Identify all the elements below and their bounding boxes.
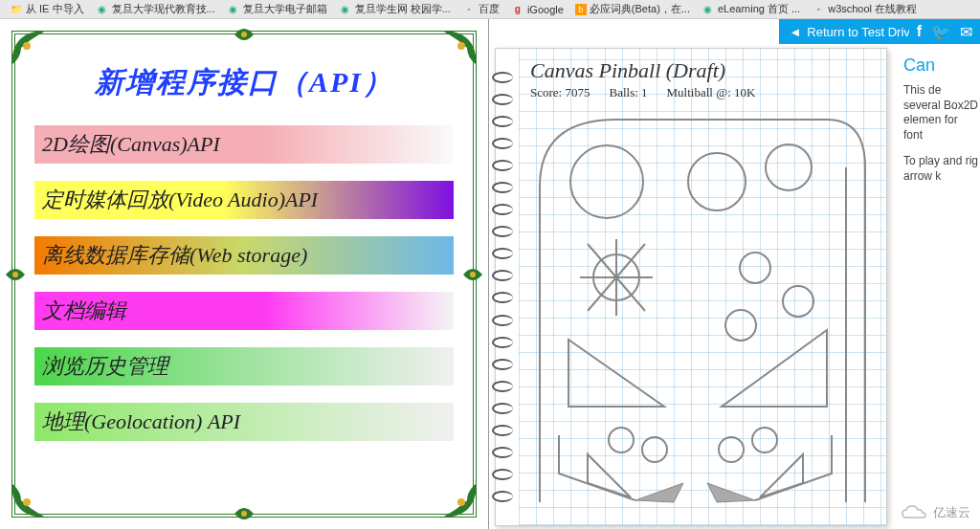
api-item: 离线数据库存储(Web storage) — [34, 236, 454, 275]
svg-point-10 — [688, 153, 746, 210]
game-stats: Score: 7075 Balls: 1 Multiball @: 10K — [530, 85, 875, 100]
svg-point-25 — [642, 437, 667, 462]
bookmark-item[interactable]: ◉复旦大学电子邮箱 — [223, 2, 331, 16]
return-label: Return to Test Drive — [807, 25, 917, 39]
bookmark-label: 复旦大学电子邮箱 — [243, 2, 327, 16]
site-icon: ◉ — [702, 3, 715, 16]
svg-point-27 — [752, 428, 777, 452]
google-icon: g — [511, 3, 524, 16]
site-icon: ◉ — [339, 3, 352, 16]
bookmark-label: iGoogle — [527, 4, 564, 15]
description-title: Can — [903, 55, 980, 76]
svg-point-1 — [457, 42, 465, 50]
api-item: 浏览历史管理 — [34, 347, 454, 386]
notebook-page: Canvas Pinball (Draft) Score: 7075 Balls… — [519, 49, 886, 525]
side-ornament-icon — [2, 261, 29, 288]
side-ornament-icon — [231, 21, 257, 48]
multiball-stat: Multiball @: 10K — [667, 85, 756, 100]
bookmark-item[interactable]: 📁从 IE 中导入 — [6, 2, 88, 16]
svg-line-13 — [588, 244, 616, 277]
bookmark-item[interactable]: ◉复旦学生网 校园学... — [335, 2, 455, 16]
svg-point-22 — [783, 286, 813, 317]
description-panel: Can This de several Box2D elemen for fon… — [896, 48, 980, 204]
corner-ornament-icon — [10, 481, 48, 519]
bookmark-label: 复旦学生网 校园学... — [355, 2, 451, 16]
cloud-icon — [901, 504, 927, 521]
bookmark-item[interactable]: b必应词典(Beta)，在... — [571, 2, 694, 16]
svg-point-24 — [609, 428, 634, 452]
site-icon: ◉ — [227, 3, 240, 16]
bookmark-item[interactable]: ◉eLearning 首页 ... — [698, 2, 804, 16]
svg-point-5 — [241, 511, 247, 517]
bookmark-label: 复旦大学现代教育技... — [112, 2, 215, 16]
svg-point-6 — [12, 272, 18, 277]
site-icon: ◦ — [812, 3, 825, 16]
api-list: 2D绘图(Canvas)API 定时媒体回放(Video Audio)API 离… — [34, 125, 454, 441]
corner-ornament-icon — [440, 29, 479, 67]
svg-point-0 — [23, 42, 31, 50]
bookmark-bar: 📁从 IE 中导入 ◉复旦大学现代教育技... ◉复旦大学电子邮箱 ◉复旦学生网… — [0, 0, 980, 19]
left-pane: 新增程序接口（API） 2D绘图(Canvas)API 定时媒体回放(Video… — [0, 19, 488, 529]
ornate-frame: 新增程序接口（API） 2D绘图(Canvas)API 定时媒体回放(Video… — [11, 31, 477, 518]
svg-point-21 — [740, 253, 770, 283]
svg-point-7 — [470, 272, 476, 277]
svg-point-9 — [570, 145, 643, 218]
bookmark-item[interactable]: giGoogle — [507, 3, 568, 16]
svg-point-26 — [719, 437, 744, 462]
site-icon: ◦ — [462, 3, 476, 16]
side-ornament-icon — [459, 261, 486, 288]
watermark-text: 亿速云 — [933, 504, 970, 521]
return-bar[interactable]: ◄ Return to Test Drive — [779, 19, 926, 44]
right-pane: ◄ Return to Test Drive f 🐦 ✉ Canvas Pinb… — [488, 19, 980, 529]
folder-icon: 📁 — [10, 3, 23, 16]
balls-stat: Balls: 1 — [609, 85, 647, 100]
api-item: 定时媒体回放(Video Audio)API — [34, 181, 454, 219]
bookmark-item[interactable]: ◦w3school 在线教程 — [808, 2, 921, 16]
svg-point-2 — [23, 498, 31, 506]
bookmark-label: 从 IE 中导入 — [26, 2, 84, 16]
main-content: 新增程序接口（API） 2D绘图(Canvas)API 定时媒体回放(Video… — [0, 19, 980, 529]
bing-icon: b — [575, 4, 587, 15]
watermark: 亿速云 — [901, 504, 970, 521]
pinball-playfield[interactable] — [530, 110, 875, 512]
bookmark-label: eLearning 首页 ... — [718, 2, 800, 16]
api-item: 2D绘图(Canvas)API — [34, 125, 454, 164]
notebook: Canvas Pinball (Draft) Score: 7075 Balls… — [495, 48, 887, 526]
svg-line-18 — [616, 277, 645, 311]
api-title: 新增程序接口（API） — [34, 63, 454, 102]
game-title: Canvas Pinball (Draft) — [530, 58, 875, 83]
back-arrow-icon: ◄ — [789, 25, 801, 39]
bookmark-item[interactable]: ◉复旦大学现代教育技... — [92, 2, 219, 16]
corner-ornament-icon — [440, 481, 479, 519]
bookmark-label: 百度 — [479, 2, 500, 16]
svg-point-11 — [766, 144, 812, 190]
api-item: 地理(Geolocation) API — [34, 403, 454, 441]
site-icon: ◉ — [96, 3, 109, 16]
bookmark-label: w3school 在线教程 — [828, 2, 917, 16]
side-ornament-icon — [231, 500, 257, 527]
social-bar: f 🐦 ✉ — [909, 19, 980, 44]
svg-line-17 — [588, 277, 616, 311]
description-text: To play and rig arrow k — [903, 154, 980, 184]
twitter-icon[interactable]: 🐦 — [931, 23, 950, 41]
bookmark-item[interactable]: ◦百度 — [458, 2, 503, 16]
spiral-binding — [492, 66, 513, 508]
svg-line-14 — [616, 244, 645, 277]
bookmark-label: 必应词典(Beta)，在... — [590, 2, 690, 16]
pinball-svg — [530, 110, 875, 512]
corner-ornament-icon — [10, 29, 48, 67]
svg-point-23 — [725, 310, 756, 341]
mail-icon[interactable]: ✉ — [960, 23, 972, 41]
facebook-icon[interactable]: f — [917, 23, 922, 40]
api-item: 文档编辑 — [34, 292, 454, 330]
description-text: This de several Box2D elemen for font — [903, 83, 980, 143]
svg-point-4 — [241, 32, 247, 37]
svg-point-3 — [457, 498, 465, 506]
score-stat: Score: 7075 — [530, 85, 590, 100]
